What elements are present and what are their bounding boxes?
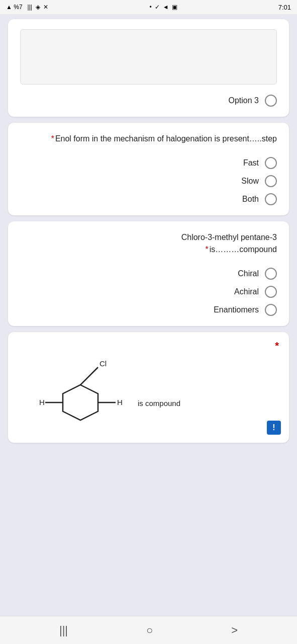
option3-label: Option 3	[229, 96, 259, 105]
enantiomers-option-row: Enantiomers	[20, 304, 277, 316]
main-content: Option 3 *Enol form in the mechanism of …	[0, 14, 297, 616]
svg-text:Cl: Cl	[100, 359, 107, 368]
home-button[interactable]: ○	[140, 622, 159, 639]
card-enol: *Enol form in the mechanism of halogenat…	[8, 123, 289, 215]
question-image	[20, 29, 277, 85]
status-icons-center: • ✓ ◄ ▣	[149, 4, 177, 11]
slow-option-row: Slow	[20, 175, 277, 187]
both-radio[interactable]	[265, 193, 277, 205]
chloro-options: Chiral Achiral Enantiomers	[20, 264, 277, 316]
slow-radio[interactable]	[265, 175, 277, 187]
card-chloro: Chloro-3-methyl pentane-3 *is………compound…	[8, 221, 289, 326]
fast-option-row: Fast	[20, 157, 277, 169]
card-chemical: * Cl H H is compound	[8, 332, 289, 443]
both-option-row: Both	[20, 193, 277, 205]
option-row: Option 3	[20, 95, 277, 107]
back-button[interactable]: >	[225, 622, 244, 639]
required-star-chloro: *	[205, 245, 208, 254]
slow-label: Slow	[241, 177, 259, 186]
status-left: ▲ %7 ||| ◈ ✕	[6, 4, 48, 11]
achiral-radio[interactable]	[265, 286, 277, 298]
fast-radio[interactable]	[265, 157, 277, 169]
compound-label: is compound	[138, 399, 180, 408]
achiral-label: Achiral	[234, 287, 259, 296]
status-icons-left: ▲ %7 ||| ◈ ✕	[6, 4, 48, 11]
required-star-chemical: *	[275, 340, 279, 352]
feedback-button[interactable]: !	[267, 421, 281, 435]
svg-text:H: H	[117, 398, 123, 407]
svg-line-1	[80, 367, 98, 385]
option3-radio[interactable]	[265, 95, 277, 107]
bottom-nav: ||| ○ >	[0, 616, 297, 644]
chiral-radio[interactable]	[265, 268, 277, 280]
achiral-option-row: Achiral	[20, 286, 277, 298]
chiral-option-row: Chiral	[20, 268, 277, 280]
enantiomers-radio[interactable]	[265, 304, 277, 316]
required-star-enol: *	[51, 134, 54, 143]
chloro-question: Chloro-3-methyl pentane-3 *is………compound	[20, 231, 277, 256]
fast-label: Fast	[243, 158, 259, 168]
svg-text:H: H	[39, 398, 45, 407]
enol-question: *Enol form in the mechanism of halogenat…	[20, 133, 277, 145]
enol-options: Fast Slow Both	[20, 153, 277, 205]
chiral-label: Chiral	[238, 269, 259, 278]
svg-marker-0	[63, 385, 98, 420]
status-time: 7:01	[278, 4, 291, 11]
enantiomers-label: Enantiomers	[214, 305, 259, 314]
menu-button[interactable]: |||	[53, 622, 74, 639]
chemical-structure-svg: Cl H H	[25, 357, 136, 428]
card-option3: Option 3	[8, 19, 289, 117]
both-label: Both	[242, 195, 259, 204]
status-bar: ▲ %7 ||| ◈ ✕ • ✓ ◄ ▣ 7:01	[0, 0, 297, 14]
